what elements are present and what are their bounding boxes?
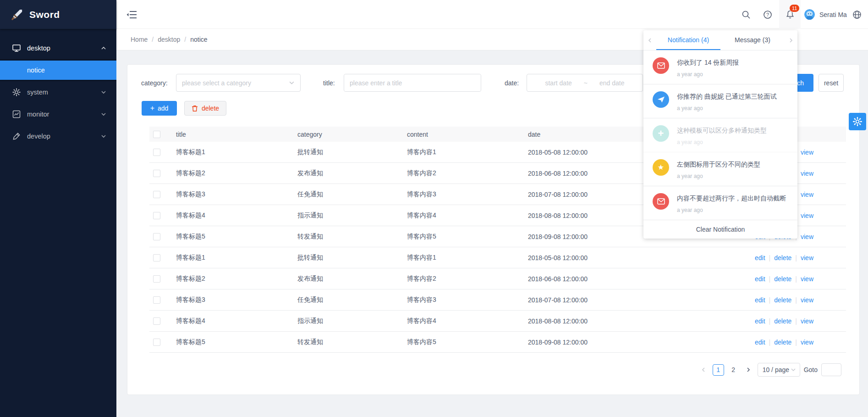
chevron-down-icon	[101, 111, 106, 117]
row-checkbox[interactable]	[153, 191, 160, 198]
title-input[interactable]	[344, 74, 481, 91]
notification-item[interactable]: 你收到了 14 份新周报 a year ago	[643, 50, 797, 84]
view-link[interactable]: view	[801, 296, 813, 304]
star-icon: ★	[653, 159, 669, 176]
sword-logo-icon	[11, 8, 23, 21]
view-link[interactable]: view	[801, 170, 813, 177]
theme-settings-button[interactable]	[849, 113, 866, 130]
sidebar-item-notice[interactable]: notice	[0, 61, 116, 80]
edit-link[interactable]: edit	[755, 254, 765, 261]
edit-link[interactable]: edit	[755, 275, 765, 283]
view-link[interactable]: view	[801, 317, 813, 325]
clear-notification-button[interactable]: Clear Notification	[643, 220, 797, 239]
mail-icon	[653, 193, 669, 210]
cell-category: 批转通知	[297, 148, 407, 156]
search-icon[interactable]	[737, 0, 755, 29]
tabs-next-icon[interactable]	[785, 30, 797, 50]
row-checkbox[interactable]	[153, 149, 160, 156]
notification-bell-button[interactable]: 11	[779, 0, 801, 29]
category-label: category:	[141, 74, 168, 92]
category-select-placeholder: please select a category	[182, 79, 251, 87]
sidebar-collapse-icon[interactable]	[126, 8, 138, 21]
view-link[interactable]: view	[801, 191, 813, 198]
notification-item[interactable]: 你推荐的 曲妮妮 已通过第三轮面试 a year ago	[643, 84, 797, 118]
language-globe-icon[interactable]	[848, 0, 866, 29]
chart-icon	[12, 110, 21, 119]
reset-button[interactable]: reset	[819, 74, 844, 92]
notification-title: 内容不要超过两行字，超出时自动截断	[677, 194, 786, 203]
tabs-prev-icon[interactable]	[643, 30, 656, 50]
logo[interactable]: Sword	[0, 0, 116, 29]
view-link[interactable]: view	[801, 254, 813, 261]
cell-title: 博客标题3	[176, 190, 297, 199]
view-link[interactable]: view	[801, 275, 813, 283]
view-link[interactable]: view	[801, 233, 813, 240]
cell-title: 博客标题5	[176, 338, 297, 346]
notification-time: a year ago	[677, 139, 767, 145]
add-button[interactable]: + add	[142, 101, 177, 116]
row-checkbox[interactable]	[153, 212, 160, 219]
view-link[interactable]: view	[801, 212, 813, 219]
row-checkbox[interactable]	[153, 254, 160, 261]
view-link[interactable]: view	[801, 339, 813, 346]
tab-message[interactable]: Message (3)	[720, 30, 785, 50]
edit-link[interactable]: edit	[755, 317, 765, 325]
page-button-2[interactable]: 2	[728, 364, 739, 376]
cell-date: 2018-07-08 12:00:00	[528, 296, 658, 304]
desktop-icon	[12, 44, 21, 53]
notification-time: a year ago	[677, 207, 786, 213]
edit-link[interactable]: edit	[755, 339, 765, 346]
cell-category: 任免通知	[297, 296, 407, 304]
table-row: 博客标题1 批转通知 博客内容1 2018-05-08 12:00:00 edi…	[149, 247, 846, 268]
row-checkbox[interactable]	[153, 317, 160, 325]
page-button-1[interactable]: 1	[713, 364, 724, 376]
plus-icon: +	[653, 125, 669, 142]
user-name[interactable]: Serati Ma	[819, 0, 847, 29]
cell-title: 博客标题4	[176, 211, 297, 220]
row-checkbox[interactable]	[153, 170, 160, 177]
delete-link[interactable]: delete	[774, 296, 791, 304]
page-size-select[interactable]: 10 / page	[758, 363, 800, 377]
sidebar-item-monitor[interactable]: monitor	[0, 103, 116, 125]
cell-content: 博客内容5	[407, 233, 528, 241]
cell-content: 博客内容2	[407, 275, 528, 283]
chevron-down-icon	[101, 133, 106, 139]
notification-item[interactable]: ★ 左侧图标用于区分不同的类型 a year ago	[643, 152, 797, 186]
row-checkbox[interactable]	[153, 233, 160, 240]
cell-date: 2018-09-08 12:00:00	[528, 339, 658, 346]
view-link[interactable]: view	[801, 149, 813, 156]
breadcrumb-desktop[interactable]: desktop	[158, 36, 180, 43]
avatar[interactable]	[804, 9, 815, 20]
delete-link[interactable]: delete	[774, 317, 791, 325]
sidebar-item-system[interactable]: system	[0, 81, 116, 103]
notification-item[interactable]: + 这种模板可以区分多种通知类型 a year ago	[643, 118, 797, 152]
row-checkbox[interactable]	[153, 296, 160, 304]
tab-notification[interactable]: Notification (4)	[656, 30, 720, 50]
row-checkbox[interactable]	[153, 275, 160, 283]
cell-date: 2018-07-08 12:00:00	[528, 191, 658, 198]
date-separator: ~	[584, 79, 588, 87]
goto-page-input[interactable]	[821, 363, 841, 376]
sidebar-item-develop[interactable]: develop	[0, 125, 116, 147]
edit-link[interactable]: edit	[755, 296, 765, 304]
pagination: 1 2 10 / page Goto	[698, 363, 841, 377]
app-root: Sword desktop notice	[0, 0, 868, 417]
category-select[interactable]: please select a category	[176, 74, 301, 92]
sidebar-item-desktop[interactable]: desktop	[0, 37, 116, 59]
sidebar-item-label: develop	[27, 133, 101, 140]
delete-link[interactable]: delete	[774, 339, 791, 346]
breadcrumb-home[interactable]: Home	[131, 36, 148, 43]
next-page-icon[interactable]	[743, 364, 754, 375]
sidebar-menu: desktop notice	[0, 29, 116, 147]
select-all-checkbox[interactable]	[153, 131, 160, 138]
prev-page-icon[interactable]	[698, 364, 709, 375]
help-icon[interactable]: ?	[758, 0, 777, 29]
chevron-down-icon	[791, 367, 796, 373]
delete-link[interactable]: delete	[774, 254, 791, 261]
cell-category: 任免通知	[297, 190, 407, 199]
date-range-input[interactable]: start date ~ end date	[527, 74, 643, 92]
notification-item[interactable]: 内容不要超过两行字，超出时自动截断 a year ago	[643, 186, 797, 220]
delete-button[interactable]: delete	[184, 101, 226, 116]
delete-link[interactable]: delete	[774, 275, 791, 283]
row-checkbox[interactable]	[153, 339, 160, 346]
